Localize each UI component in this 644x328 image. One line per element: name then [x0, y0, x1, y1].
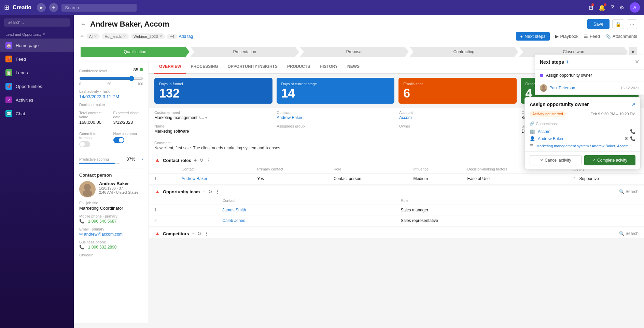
more-contact-roles-icon[interactable]: ⋮ — [206, 158, 211, 163]
notifications-icon[interactable]: 🔔 — [599, 4, 605, 11]
pipeline-stage-contracting[interactable]: Contracting — [409, 47, 518, 57]
account-value[interactable]: Accom — [399, 115, 516, 120]
tab-overview[interactable]: OVERVIEW — [154, 60, 186, 74]
add-button[interactable]: + — [49, 3, 58, 12]
next-steps-button[interactable]: ● Next steps — [516, 32, 549, 41]
tag-more[interactable]: +4 — [167, 34, 177, 39]
pipeline-stage-presentation[interactable]: Presentation — [190, 47, 299, 57]
edit-icon[interactable]: ✏ — [81, 34, 84, 39]
ns-person: Paul Peterson 15.12.2021 — [535, 81, 644, 95]
more-competitors-icon[interactable]: ⋮ — [204, 231, 209, 236]
opp-row2-contact[interactable]: Caleb Jones — [217, 215, 395, 226]
email-value[interactable]: ✉ andrew@accom.com — [79, 232, 143, 237]
predictive-expand-icon[interactable]: › — [142, 156, 143, 162]
row-contact[interactable]: Andrew Baker — [176, 174, 252, 184]
attachments-button[interactable]: 📎 Attachments — [605, 32, 637, 41]
sidebar-label-chat: Chat — [16, 111, 25, 116]
contract-value-label: Total contract value — [79, 111, 109, 119]
confidence-slider[interactable] — [79, 76, 143, 81]
ns-add-button[interactable]: + — [566, 59, 569, 65]
ns-item[interactable]: Assign opportunity owner — [535, 70, 644, 81]
contact-name[interactable]: Andrew Baker — [99, 181, 143, 186]
name-label: Name — [154, 124, 271, 128]
add-opp-team-icon[interactable]: + — [202, 189, 205, 194]
ap-conn-item-2[interactable]: ☰ Marketing management system / Andrew B… — [530, 142, 635, 149]
ns-person-name[interactable]: Paul Peterson — [549, 86, 575, 90]
tab-products[interactable]: PRODUCTS — [282, 60, 315, 74]
last-activity-value[interactable]: 14/03/2022 3:11 PM — [79, 94, 143, 99]
new-customer-toggle[interactable] — [113, 137, 124, 143]
refresh-contact-roles-icon[interactable]: ↻ — [199, 158, 204, 163]
help-icon[interactable]: ? — [611, 4, 614, 11]
opp-row1-contact[interactable]: James Smith — [217, 205, 395, 215]
save-button[interactable]: Save — [587, 19, 610, 29]
customer-need-value[interactable]: Marketing management s... ▾ — [154, 115, 271, 120]
ns-close-button[interactable]: ✕ — [635, 59, 639, 65]
lock-button[interactable]: 🔒 — [612, 19, 624, 29]
ap-conn-item-0[interactable]: 🏢 Accom 📞 — [530, 128, 635, 135]
add-contact-role-icon[interactable]: + — [194, 158, 197, 163]
sidebar-label-opportunities: Opportunities — [16, 84, 42, 89]
competitors-search[interactable]: 🔍 Search — [619, 231, 639, 236]
call-icon-1[interactable]: 📞 — [630, 136, 635, 141]
add-competitor-icon[interactable]: + — [192, 231, 195, 236]
biz-phone-value[interactable]: 📞 +1 096 632 2890 — [79, 245, 143, 250]
complete-activity-button[interactable]: ✓ Complete acivity — [584, 155, 635, 165]
more-options-button[interactable]: ··· — [627, 19, 637, 29]
email-icon-1[interactable]: ✉ — [625, 136, 629, 141]
sidebar-item-chat[interactable]: 💬 Chat — [0, 107, 74, 120]
contact-avatar — [79, 181, 96, 197]
settings-icon[interactable]: ⚙ — [619, 4, 624, 11]
remove-tag-hot[interactable]: ✕ — [123, 34, 126, 39]
pipeline-stage-qualification[interactable]: Qualification — [81, 47, 190, 57]
opp-team-icon: 🔺 — [154, 189, 160, 194]
metric-days-funnel-value: 132 — [159, 87, 268, 100]
metric-days-funnel: Days in funnel 132 — [154, 78, 272, 104]
more-opp-team-icon[interactable]: ⋮ — [215, 189, 220, 194]
sidebar-search-input[interactable] — [4, 18, 70, 27]
col-contact: Contact — [176, 165, 252, 174]
tab-news[interactable]: NEWS — [342, 60, 364, 74]
customer-need-label: Customer need — [154, 110, 271, 115]
ap-conn-item-1[interactable]: 👤 Andrew Baker ✉ 📞 — [530, 135, 635, 142]
play-button[interactable]: ▶ — [37, 3, 46, 12]
pipeline-stage-proposal[interactable]: Proposal — [300, 47, 409, 57]
add-tag-button[interactable]: Add tag — [179, 34, 193, 39]
contact-value[interactable]: Andrew Baker — [277, 115, 394, 120]
metric-days-funnel-label: Days in funnel — [159, 82, 268, 86]
sidebar-section-label[interactable]: Lead and Opportunity ▾ — [0, 30, 74, 39]
contact-roles-actions: + ↻ ⋮ — [194, 158, 211, 163]
activities-icon: ✓ — [5, 96, 12, 103]
sidebar-item-feed[interactable]: 📣 Feed — [0, 52, 74, 66]
feed-action-button[interactable]: ☰ Feed — [584, 32, 600, 41]
tab-opportunity-insights[interactable]: OPPORTUNITY INSIGHTS — [223, 60, 282, 74]
refresh-competitors-icon[interactable]: ↻ — [197, 231, 201, 236]
call-icon-0[interactable]: 📞 — [630, 129, 635, 134]
phone-value[interactable]: 📞 +1 096 546 5687 — [79, 219, 143, 224]
remove-tag-webinar[interactable]: ✕ — [159, 34, 162, 39]
svg-point-2 — [542, 85, 545, 89]
predictive-label: Predictive scoring — [79, 157, 120, 161]
commit-toggle[interactable] — [79, 141, 90, 147]
confidence-dot — [140, 68, 143, 71]
logo: Creatio — [13, 4, 31, 11]
user-avatar[interactable]: A — [630, 2, 640, 13]
tab-processing[interactable]: PROCESSING — [186, 60, 223, 74]
sidebar-item-activities[interactable]: ✓ Activities — [0, 93, 74, 107]
opp-team-search[interactable]: 🔍 Search — [619, 189, 639, 194]
refresh-opp-team-icon[interactable]: ↻ — [208, 189, 212, 194]
playbook-button[interactable]: ▶ Playbook — [555, 32, 578, 41]
ap-external-link-icon[interactable]: ↗ — [632, 102, 635, 107]
opp-row1-num: 1 — [149, 205, 217, 215]
sidebar-item-opportunities[interactable]: 📌 Opportunities — [0, 79, 74, 93]
slider-labels: 0 50 100 — [79, 82, 143, 86]
apps-icon[interactable]: ⊞ — [589, 4, 593, 11]
topbar-search-input[interactable] — [61, 4, 137, 12]
grid-icon[interactable]: ⊞ — [4, 4, 9, 11]
cancel-activity-button[interactable]: ✕ Cancel activity — [530, 155, 582, 165]
tab-history[interactable]: HISTORY — [315, 60, 342, 74]
sidebar-item-leads[interactable]: 📋 Leads — [0, 66, 74, 79]
back-button[interactable]: ← — [81, 21, 86, 27]
sidebar-item-home[interactable]: 🏠 Home page — [0, 39, 74, 52]
remove-tag-ai[interactable]: ✕ — [94, 34, 97, 39]
